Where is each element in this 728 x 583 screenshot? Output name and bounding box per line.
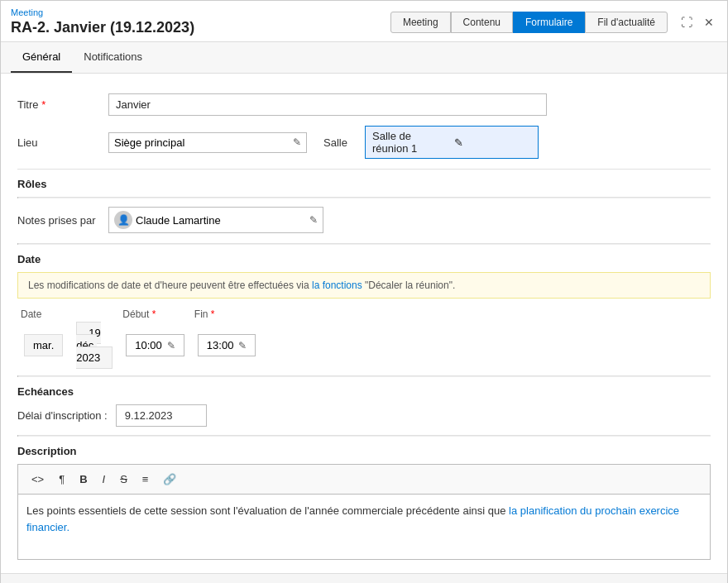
toolbar-italic-btn[interactable]: I — [96, 470, 113, 489]
date-info-box: Les modifications de date et d'heure peu… — [17, 272, 711, 299]
fin-time-cell: 13:00 ✎ — [191, 323, 263, 367]
lieu-input[interactable] — [114, 136, 290, 149]
debut-edit-icon[interactable]: ✎ — [167, 340, 175, 351]
description-text-blue-1: la planification du prochain exercice — [509, 504, 679, 517]
debut-col-header: Début * — [119, 307, 191, 323]
lieu-input-container: ✎ — [108, 132, 307, 153]
date-info-text2: "Décaler la réunion". — [362, 280, 456, 291]
lieu-label: Lieu — [17, 136, 100, 149]
window-header: Meeting RA-2. Janvier (19.12.2023) Meeti… — [1, 1, 727, 42]
sub-tabs: Général Notifications — [1, 42, 727, 74]
toolbar-bold-btn[interactable]: B — [73, 470, 93, 489]
date-day: mar. — [24, 334, 63, 356]
notes-label: Notes prises par — [17, 214, 100, 227]
toolbar-code-btn[interactable]: <> — [25, 470, 50, 489]
lieu-salle-row: Lieu ✎ Salle Salle de réunion 1 ✎ — [17, 126, 711, 159]
delai-label: Délai d'inscription : — [17, 409, 108, 422]
description-toolbar: <> ¶ B I S ≡ 🔗 — [17, 464, 711, 494]
titre-row: Titre * — [17, 93, 711, 116]
date-day-cell: mar. — [17, 323, 69, 367]
footer: Enregistrer Imprimer — [1, 573, 727, 583]
salle-input-container: Salle de réunion 1 ✎ — [365, 126, 539, 159]
debut-time-cell: 10:00 ✎ — [119, 323, 191, 367]
date-table: Date Début * Fin * mar. 19 déc. 2023 — [17, 307, 262, 367]
toolbar-link-btn[interactable]: 🔗 — [156, 470, 183, 489]
titre-required-star: * — [39, 98, 46, 111]
header-left: Meeting RA-2. Janvier (19.12.2023) — [11, 7, 194, 36]
salle-value: Salle de réunion 1 — [372, 130, 449, 155]
page-title: RA-2. Janvier (19.12.2023) — [11, 19, 194, 36]
date-full: 19 déc. 2023 — [76, 322, 113, 369]
notes-input[interactable] — [136, 214, 306, 227]
close-button[interactable]: ✕ — [701, 14, 717, 31]
debut-time-container: 10:00 ✎ — [126, 334, 184, 356]
user-icon: 👤 — [114, 211, 132, 229]
breadcrumb[interactable]: Meeting — [11, 7, 194, 17]
date-col-spacer — [69, 307, 119, 323]
titre-label: Titre * — [17, 98, 100, 111]
fin-edit-icon[interactable]: ✎ — [238, 340, 247, 351]
tab-contenu[interactable]: Contenu — [451, 12, 513, 33]
notes-row: Notes prises par 👤 ✎ — [17, 207, 711, 233]
echeances-row: Délai d'inscription : — [17, 404, 711, 427]
tab-formulaire[interactable]: Formulaire — [513, 12, 585, 33]
description-text-blue-2: financier. — [26, 521, 69, 533]
toolbar-list-btn[interactable]: ≡ — [136, 470, 156, 489]
window-controls: ⛶ ✕ — [678, 14, 717, 31]
date-info-link[interactable]: la fonctions — [312, 280, 362, 291]
divider-2 — [17, 243, 711, 245]
header-right: Meeting Contenu Formulaire Fil d'actuali… — [390, 12, 717, 33]
divider-1 — [17, 169, 711, 170]
description-area[interactable]: Les points essentiels de cette session s… — [17, 494, 711, 560]
divider-4 — [17, 435, 711, 437]
toolbar-paragraph-btn[interactable]: ¶ — [52, 470, 71, 489]
divider-3 — [17, 375, 711, 377]
date-full-cell: 19 déc. 2023 — [69, 323, 119, 367]
date-info-text: Les modifications de date et d'heure peu… — [28, 280, 312, 291]
roles-divider — [17, 197, 711, 198]
maximize-button[interactable]: ⛶ — [678, 14, 696, 31]
date-col-header: Date — [17, 307, 69, 323]
delai-input[interactable] — [116, 404, 207, 427]
toolbar-strikethrough-btn[interactable]: S — [113, 470, 134, 489]
main-window: Meeting RA-2. Janvier (19.12.2023) Meeti… — [0, 0, 728, 583]
fin-time-value: 13:00 — [207, 339, 234, 351]
subtab-general[interactable]: Général — [11, 42, 72, 73]
fin-time-container: 13:00 ✎ — [198, 334, 256, 356]
roles-section-header: Rôles — [17, 178, 711, 190]
notes-edit-icon[interactable]: ✎ — [309, 214, 318, 226]
titre-input[interactable] — [108, 93, 547, 116]
debut-time-value: 10:00 — [135, 339, 162, 351]
form-content: Titre * Lieu ✎ Salle Salle de réunion 1 … — [1, 74, 727, 573]
fin-col-header: Fin * — [191, 307, 263, 323]
notes-input-container: 👤 ✎ — [108, 207, 323, 233]
date-section-header: Date — [17, 253, 711, 265]
tab-fil[interactable]: Fil d'actualité — [585, 12, 668, 33]
echeances-header: Echéances — [17, 385, 711, 398]
subtab-notifications[interactable]: Notifications — [72, 42, 154, 73]
tab-meeting[interactable]: Meeting — [390, 12, 451, 33]
description-header: Description — [17, 445, 711, 457]
salle-edit-icon[interactable]: ✎ — [454, 136, 531, 149]
lieu-edit-icon[interactable]: ✎ — [293, 136, 301, 148]
salle-label: Salle — [323, 136, 357, 149]
description-text-1: Les points essentiels de cette session s… — [26, 504, 509, 517]
